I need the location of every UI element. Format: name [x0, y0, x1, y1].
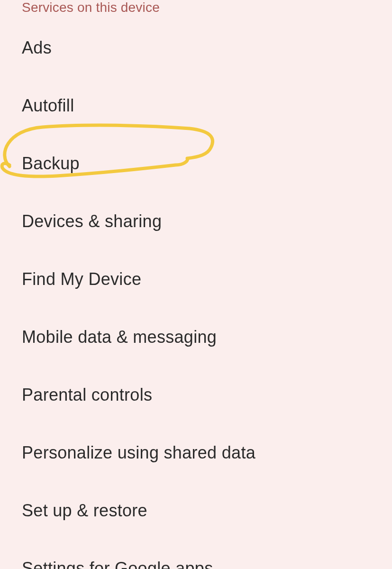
settings-item-label: Ads [22, 38, 52, 57]
settings-item-label: Parental controls [22, 385, 152, 404]
settings-item-label: Settings for Google apps [22, 559, 213, 569]
settings-item-mobile-data-messaging[interactable]: Mobile data & messaging [0, 308, 392, 366]
settings-item-devices-sharing[interactable]: Devices & sharing [0, 193, 392, 250]
settings-item-label: Personalize using shared data [22, 443, 255, 462]
settings-item-ads[interactable]: Ads [0, 19, 392, 77]
settings-item-settings-google-apps[interactable]: Settings for Google apps [0, 540, 392, 569]
settings-item-label: Autofill [22, 96, 74, 115]
settings-item-label: Backup [22, 154, 80, 173]
settings-list: Ads Autofill Backup Devices & sharing Fi… [0, 19, 392, 569]
settings-item-backup[interactable]: Backup [0, 135, 392, 193]
section-header: Services on this device [0, 0, 392, 19]
settings-item-label: Find My Device [22, 269, 141, 289]
settings-item-setup-restore[interactable]: Set up & restore [0, 482, 392, 540]
settings-item-personalize-shared-data[interactable]: Personalize using shared data [0, 424, 392, 482]
settings-item-parental-controls[interactable]: Parental controls [0, 366, 392, 424]
settings-item-find-my-device[interactable]: Find My Device [0, 250, 392, 308]
settings-item-label: Set up & restore [22, 501, 147, 520]
settings-item-label: Devices & sharing [22, 211, 162, 231]
settings-item-autofill[interactable]: Autofill [0, 77, 392, 135]
settings-item-label: Mobile data & messaging [22, 327, 217, 347]
